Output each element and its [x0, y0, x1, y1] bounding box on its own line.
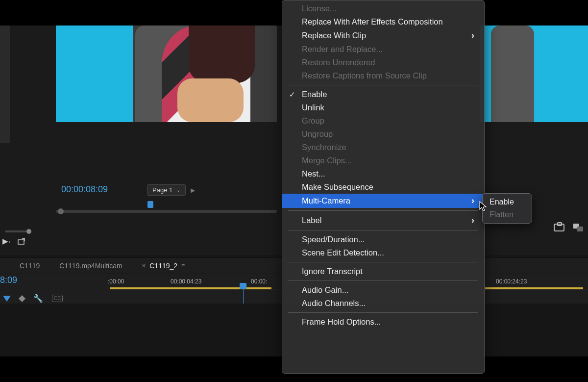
close-icon[interactable]: ×: [142, 262, 146, 269]
export-frame-icon[interactable]: [18, 237, 26, 245]
menu-item[interactable]: Unlink: [282, 101, 484, 114]
menu-item-label: Make Subsequence: [302, 182, 373, 192]
menu-item[interactable]: Replace With Clip›: [282, 28, 484, 43]
menu-item-label: Label: [302, 216, 321, 225]
menu-item-label: Frame Hold Options...: [302, 317, 381, 327]
menu-item-label: Audio Gain...: [302, 285, 348, 295]
menu-item: Render and Replace...: [282, 43, 484, 56]
menu-item-label: License...: [302, 4, 337, 13]
menu-item[interactable]: Nest...: [282, 167, 484, 180]
menu-item-label: Unlink: [302, 103, 324, 112]
marker-icon[interactable]: [19, 295, 25, 302]
menu-item-label: Speed/Duration...: [302, 235, 365, 244]
ruler-label: 00:00:04:23: [171, 278, 201, 285]
menu-item: Restore Unrendered: [282, 56, 484, 69]
work-area-bar[interactable]: [110, 287, 271, 289]
menu-item-label: Ungroup: [302, 129, 333, 139]
chevron-right-icon: ›: [471, 215, 474, 226]
ruler-label: :00:00: [108, 278, 124, 285]
menu-item[interactable]: Multi-Camera›: [282, 194, 484, 208]
menu-item-label: Enable: [302, 90, 327, 99]
work-area-bar[interactable]: [485, 287, 583, 289]
playhead-icon[interactable]: [147, 201, 153, 208]
menu-item-label: Merge Clips...: [302, 156, 352, 165]
monitor-timecode[interactable]: 00:00:08:09: [61, 184, 108, 195]
timeline-tab[interactable]: C1119: [20, 262, 40, 270]
menu-item-label: Replace With After Effects Composition: [302, 17, 443, 26]
playhead-flag-icon[interactable]: [3, 296, 11, 302]
menu-item: License...: [282, 2, 484, 15]
menu-item-label: Audio Channels...: [302, 299, 366, 308]
svg-rect-0: [18, 240, 24, 244]
menu-item: Group: [282, 114, 484, 127]
video-preview-left[interactable]: [56, 25, 277, 122]
menu-item-label: Nest...: [302, 169, 325, 178]
zoom-slider[interactable]: [0, 227, 39, 236]
menu-item: Synchronize: [282, 141, 484, 154]
chevron-right-icon: ›: [471, 30, 474, 41]
chevron-down-icon: ⌄: [176, 187, 180, 193]
menu-item[interactable]: Label›: [282, 213, 484, 228]
menu-item-label: Render and Replace...: [302, 45, 383, 54]
clip-context-menu[interactable]: License...Replace With After Effects Com…: [282, 0, 485, 374]
settings-icon[interactable]: 🔧: [33, 294, 43, 303]
timeline-tab-active[interactable]: ×C1119_2≡: [142, 262, 186, 270]
timeline-tab[interactable]: C1119.mp4Multicam: [59, 262, 122, 270]
menu-item-label: Replace With Clip: [302, 31, 366, 40]
menu-item[interactable]: Replace With After Effects Composition: [282, 15, 484, 28]
multi-camera-submenu[interactable]: EnableFlatten: [482, 193, 532, 224]
menu-item: Merge Clips...: [282, 154, 484, 167]
video-preview-right[interactable]: [480, 25, 588, 122]
play-icon[interactable]: ▶: [191, 187, 195, 194]
menu-item[interactable]: Speed/Duration...: [282, 233, 484, 246]
insert-icon[interactable]: ▶₊: [2, 237, 11, 245]
page-selector[interactable]: Page 1⌄ ▶: [147, 184, 195, 196]
ruler-label: 00:00:: [251, 278, 267, 285]
tab-menu-icon[interactable]: ≡: [181, 262, 186, 269]
menu-item: Ungroup: [282, 127, 484, 141]
panel-edge: [0, 25, 10, 143]
playhead-handle-icon[interactable]: [240, 283, 246, 289]
page-label: Page 1: [152, 186, 172, 194]
menu-item[interactable]: Make Subsequence: [282, 180, 484, 194]
menu-item: Restore Captions from Source Clip: [282, 69, 484, 82]
menu-item-label: Multi-Camera: [302, 196, 350, 205]
menu-item[interactable]: ✓Enable: [282, 88, 484, 101]
menu-item[interactable]: Ignore Transcript: [282, 265, 484, 278]
menu-item-label: Scene Edit Detection...: [302, 248, 384, 257]
submenu-item: Flatten: [483, 208, 532, 221]
menu-item-label: Restore Unrendered: [302, 58, 375, 67]
submenu-item[interactable]: Enable: [483, 196, 532, 208]
menu-item-label: Restore Captions from Source Clip: [302, 71, 427, 80]
timeline-timecode[interactable]: 8:09: [0, 275, 17, 285]
multicam-view-icon[interactable]: [573, 224, 583, 231]
captions-icon[interactable]: CC: [52, 295, 63, 302]
menu-item[interactable]: Audio Gain...: [282, 283, 484, 297]
chevron-right-icon: ›: [471, 196, 474, 206]
menu-item[interactable]: Audio Channels...: [282, 297, 484, 310]
check-icon: ✓: [289, 90, 295, 99]
menu-item-label: Group: [302, 116, 324, 126]
menu-item[interactable]: Frame Hold Options...: [282, 315, 484, 329]
timeline-tools: 🔧 CC: [3, 294, 63, 303]
camera-icon[interactable]: [554, 224, 564, 231]
ruler-label: 00:00:24:23: [496, 278, 527, 285]
menu-item-label: Ignore Transcript: [302, 267, 363, 276]
monitor-scrubber[interactable]: [56, 201, 277, 215]
menu-item[interactable]: Scene Edit Detection...: [282, 246, 484, 259]
menu-item-label: Synchronize: [302, 143, 346, 152]
